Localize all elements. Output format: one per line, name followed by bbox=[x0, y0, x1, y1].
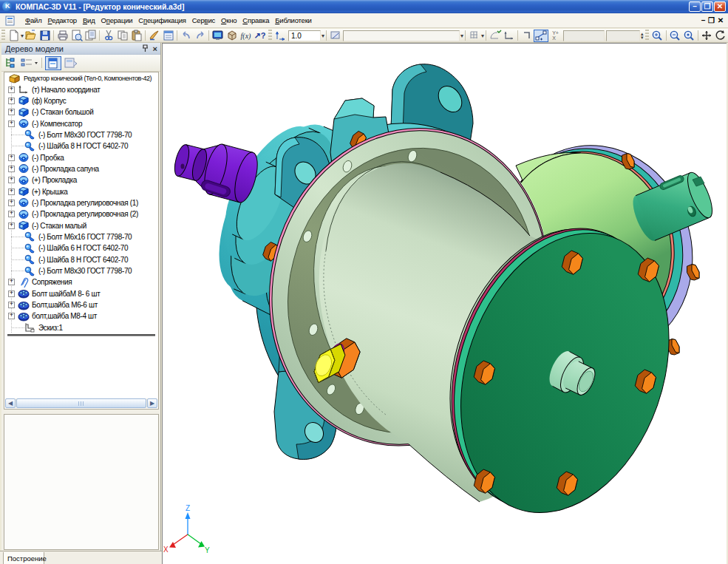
svg-text:Z: Z bbox=[186, 504, 190, 512]
svg-text:X: X bbox=[163, 546, 169, 554]
svg-text:Y: Y bbox=[205, 546, 210, 554]
